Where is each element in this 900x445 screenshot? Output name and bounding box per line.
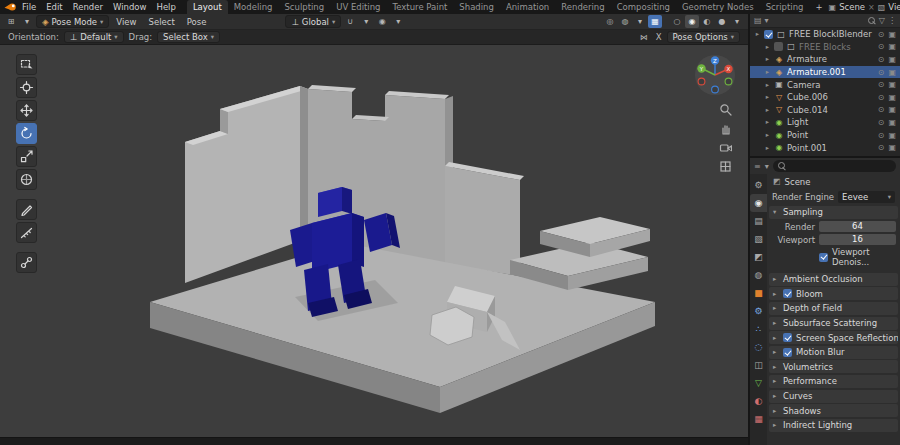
section-subsurface-scattering[interactable]: ▸ Subsurface Scattering — [769, 317, 898, 330]
item-label[interactable]: Armature.001 — [787, 67, 846, 77]
eye-icon[interactable]: ⊙ — [878, 42, 885, 51]
section-sampling[interactable]: ▾ Sampling — [769, 206, 898, 219]
scene-3d[interactable] — [0, 45, 748, 437]
tab-object-data-icon[interactable]: ▽ — [750, 374, 767, 392]
section-bloom[interactable]: ▸ Bloom — [769, 287, 898, 300]
proportional-editing-icon[interactable]: ◉ — [375, 15, 389, 28]
render-visibility-icon[interactable]: ▣ — [888, 80, 896, 89]
item-label[interactable]: Point — [787, 130, 808, 140]
tab-modeling[interactable]: Modeling — [228, 0, 279, 14]
section-ambient-occlusion[interactable]: ▸ Ambient Occlusion — [769, 273, 898, 286]
scene-selector[interactable]: Scene — [839, 2, 865, 12]
menu-window[interactable]: Window — [108, 0, 152, 14]
outliner-row-mesh[interactable]: ▸ ▽ Cube.006 ⊙▣ — [750, 91, 900, 104]
render-samples-field[interactable]: 64 — [819, 221, 896, 232]
show-gizmo-icon[interactable]: ◎ — [603, 15, 617, 28]
tab-compositing[interactable]: Compositing — [611, 0, 676, 14]
show-overlays-icon[interactable]: ◍ — [618, 15, 632, 28]
viewport-3d[interactable]: Z X Y — [0, 45, 748, 437]
collection-checkbox[interactable] — [764, 30, 773, 39]
outliner-row-camera[interactable]: ▸ ▣ Camera ⊙▣ — [750, 78, 900, 91]
item-label[interactable]: Camera — [787, 80, 820, 90]
expand-icon[interactable]: ▸ — [764, 118, 771, 126]
tab-uv-editing[interactable]: UV Editing — [330, 0, 386, 14]
drag-dropdown[interactable]: Select Box ▾ — [157, 31, 220, 43]
outliner-filter-icon[interactable]: ▽ — [879, 16, 885, 25]
tool-move[interactable] — [16, 100, 37, 121]
section-indirect-lighting[interactable]: ▸ Indirect Lighting — [769, 419, 898, 432]
camera-view-icon[interactable] — [719, 141, 732, 154]
tab-texture-paint[interactable]: Texture Paint — [387, 0, 454, 14]
tab-shading[interactable]: Shading — [453, 0, 500, 14]
tab-physics-icon[interactable]: ◌ — [750, 338, 767, 356]
scene-unlink-icon[interactable]: × — [868, 3, 875, 12]
tab-scene-icon[interactable]: ◩ — [750, 248, 767, 266]
eye-icon[interactable]: ⊙ — [878, 93, 885, 102]
shading-wireframe-icon[interactable]: ○ — [670, 15, 684, 28]
tab-modifiers-icon[interactable]: ⚙ — [750, 302, 767, 320]
tab-view-layer-icon[interactable]: ▧ — [750, 230, 767, 248]
outliner-row-light[interactable]: ▸ ◉ Light ⊙▣ — [750, 116, 900, 129]
properties-editor-icon[interactable]: ≡ — [754, 162, 761, 171]
menu-edit[interactable]: Edit — [41, 0, 67, 14]
motion-blur-checkbox[interactable] — [783, 348, 792, 357]
bloom-checkbox[interactable] — [783, 289, 792, 298]
tool-measure[interactable] — [16, 222, 37, 243]
add-workspace-button[interactable]: + — [809, 0, 828, 14]
viewport-samples-field[interactable]: 16 — [819, 234, 896, 245]
outliner-search-icon[interactable] — [868, 17, 876, 25]
menu-view[interactable]: View — [111, 15, 141, 29]
shading-material-icon[interactable]: ◐ — [700, 15, 714, 28]
blender-logo-icon[interactable] — [4, 2, 17, 12]
outliner-options-icon[interactable]: ⋮ — [888, 16, 896, 25]
eye-icon[interactable]: ⊙ — [878, 131, 885, 140]
eye-icon[interactable]: ⊙ — [878, 55, 885, 64]
xray-toggle-icon[interactable]: ▦ — [648, 15, 662, 28]
editor-type-button[interactable]: ⊞ — [4, 15, 18, 28]
viewport-denoise-checkbox[interactable] — [819, 253, 828, 262]
expand-icon[interactable]: ▸ — [764, 144, 771, 152]
section-screen-space-reflections[interactable]: ▸ Screen Space Reflections — [769, 331, 898, 344]
timeline-bar[interactable] — [0, 437, 748, 445]
orientation-dropdown[interactable]: ⊥ Global ▾ — [285, 15, 341, 28]
tool-annotate[interactable] — [16, 199, 37, 220]
tab-tool-icon[interactable]: ⚙ — [750, 176, 767, 194]
section-shadows[interactable]: ▸ Shadows — [769, 404, 898, 417]
orientation-setting-dropdown[interactable]: ⊥ Default ▾ — [64, 31, 124, 43]
mirror-x-label[interactable]: X — [656, 32, 662, 42]
proportional-chevron-icon[interactable]: ▾ — [391, 15, 405, 28]
tab-animation[interactable]: Animation — [500, 0, 555, 14]
eye-icon[interactable]: ⊙ — [878, 143, 885, 152]
mode-dropdown[interactable]: ◈ Pose Mode ▾ — [36, 15, 109, 28]
tab-scripting[interactable]: Scripting — [760, 0, 810, 14]
outliner-editor-icon[interactable]: ▤ — [754, 16, 762, 25]
menu-pose[interactable]: Pose — [182, 15, 212, 29]
outliner-row-mesh[interactable]: ▸ ▽ Cube.014 ⊙▣ — [750, 104, 900, 117]
tab-sculpting[interactable]: Sculpting — [278, 0, 330, 14]
tool-rotate[interactable] — [16, 123, 37, 144]
outliner-row-collection[interactable]: ▸ □ FREE Blocks ⊙▣ — [750, 41, 900, 54]
render-visibility-icon[interactable]: ▣ — [888, 68, 896, 77]
properties-editor-chevron-icon[interactable]: ▾ — [765, 162, 769, 171]
render-visibility-icon[interactable]: ▣ — [888, 105, 896, 114]
render-visibility-icon[interactable]: ▣ — [888, 118, 896, 127]
outliner-row-light[interactable]: ▸ ◉ Point ⊙▣ — [750, 129, 900, 142]
tab-texture-icon[interactable]: ▦ — [750, 410, 767, 428]
section-volumetrics[interactable]: ▸ Volumetrics — [769, 360, 898, 373]
zoom-icon[interactable] — [719, 103, 732, 116]
expand-icon[interactable]: ▸ — [764, 55, 771, 63]
editor-type-chevron-icon[interactable]: ▾ — [20, 15, 34, 28]
ssr-checkbox[interactable] — [783, 333, 792, 342]
outliner-editor-chevron-icon[interactable]: ▾ — [765, 16, 769, 25]
item-label[interactable]: Cube.014 — [787, 105, 828, 115]
eye-icon[interactable]: ⊙ — [878, 105, 885, 114]
item-label[interactable]: Armature — [787, 54, 827, 64]
eye-icon[interactable]: ⊙ — [878, 68, 885, 77]
pose-options-dropdown[interactable]: Pose Options ▾ — [667, 31, 740, 43]
item-label[interactable]: FREE BlockIBlender — [789, 29, 872, 39]
tab-material-icon[interactable]: ◐ — [750, 392, 767, 410]
menu-file[interactable]: File — [17, 0, 41, 14]
expand-icon[interactable]: ▸ — [764, 106, 771, 114]
render-visibility-icon[interactable]: ▣ — [888, 93, 896, 102]
expand-icon[interactable]: ▸ — [764, 93, 771, 101]
